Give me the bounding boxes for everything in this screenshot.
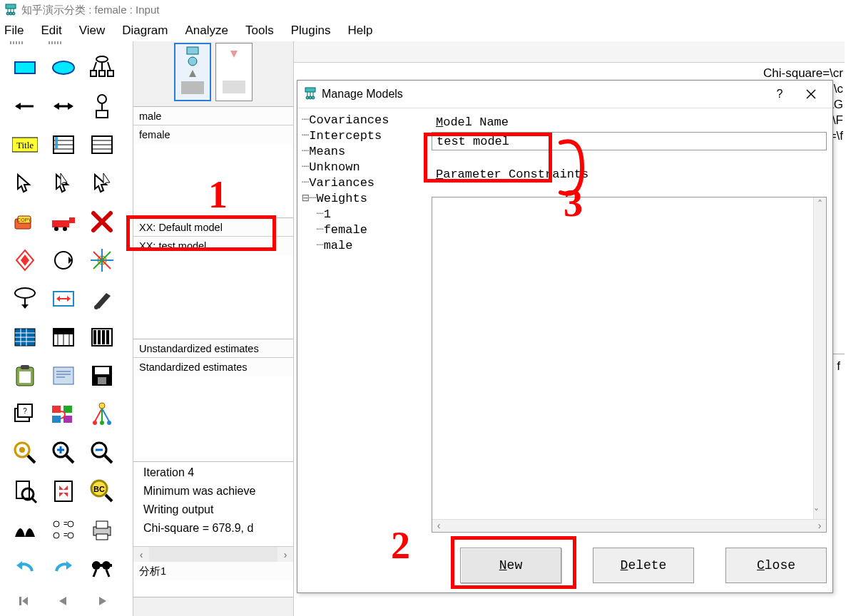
spec-search-icon[interactable] bbox=[83, 549, 121, 587]
svg-rect-131 bbox=[96, 521, 108, 528]
hscroll-left-icon[interactable]: ‹ bbox=[133, 547, 149, 562]
zoom-page-icon[interactable] bbox=[6, 472, 44, 510]
analysis-props-icon[interactable] bbox=[44, 318, 83, 356]
model-item-test[interactable]: XX: test model bbox=[133, 237, 293, 255]
close-icon bbox=[806, 89, 816, 99]
svg-rect-43 bbox=[69, 217, 75, 223]
svg-rect-78 bbox=[106, 330, 109, 344]
deselect-all-icon[interactable] bbox=[83, 164, 121, 202]
object-props-icon[interactable]: ? bbox=[6, 395, 44, 433]
zoom-select-icon[interactable] bbox=[6, 433, 44, 472]
error-term-icon[interactable] bbox=[83, 87, 121, 125]
indicator-icon[interactable] bbox=[83, 48, 121, 87]
estimates-panel: Unstandardized estimates Standardized es… bbox=[133, 339, 293, 462]
dialog-close-button[interactable] bbox=[795, 83, 827, 105]
nav-first-icon[interactable] bbox=[6, 587, 44, 616]
touch-up-icon[interactable] bbox=[83, 279, 121, 318]
svg-point-102 bbox=[107, 421, 111, 425]
rotate-shape-icon[interactable] bbox=[44, 241, 83, 279]
distribution-icon[interactable] bbox=[6, 510, 44, 549]
delete-button[interactable]: Delete bbox=[593, 548, 694, 583]
constraints-textarea[interactable]: ˄ ˅ ‹ › bbox=[432, 197, 827, 533]
path-arrow-icon[interactable] bbox=[6, 87, 44, 125]
dataset-vars-icon[interactable] bbox=[83, 125, 121, 164]
nav-next-icon[interactable] bbox=[83, 587, 121, 616]
preserve-symm-icon[interactable] bbox=[83, 395, 121, 433]
calculate-icon[interactable] bbox=[83, 318, 121, 356]
svg-line-111 bbox=[105, 456, 112, 463]
log-hscroll[interactable]: ‹ › bbox=[133, 546, 293, 562]
drag-props-icon[interactable] bbox=[44, 395, 83, 433]
model-name-input[interactable] bbox=[432, 132, 827, 150]
title-tool-icon[interactable]: Title bbox=[6, 125, 44, 164]
select-one-icon[interactable] bbox=[6, 164, 44, 202]
zoom-out-icon[interactable] bbox=[83, 433, 121, 472]
undo-icon[interactable] bbox=[6, 549, 44, 587]
resize-shape-icon[interactable] bbox=[6, 241, 44, 279]
clipboard-icon[interactable] bbox=[6, 356, 44, 395]
tree-node-weights[interactable]: ⊟┈Weights bbox=[302, 191, 423, 207]
tree-node-weight-1[interactable]: ┈1 bbox=[302, 207, 423, 222]
estimates-std[interactable]: Standardized estimates bbox=[133, 358, 293, 376]
svg-rect-141 bbox=[19, 597, 21, 605]
scroll-right-icon[interactable]: › bbox=[813, 520, 826, 531]
new-button[interactable]: New bbox=[460, 548, 561, 583]
reflect-shape-icon[interactable] bbox=[83, 241, 121, 279]
group-item-female[interactable]: female bbox=[133, 125, 293, 144]
analysis-item[interactable]: 分析1 bbox=[133, 562, 293, 580]
group-item-male[interactable]: male bbox=[133, 107, 293, 125]
menu-help[interactable]: Help bbox=[347, 24, 372, 38]
textarea-vscroll[interactable]: ˄ ˅ bbox=[813, 197, 826, 519]
scroll-down-icon[interactable]: ˅ bbox=[814, 506, 819, 519]
nav-prev-icon[interactable] bbox=[44, 587, 83, 616]
preview-thumb-output[interactable] bbox=[215, 43, 253, 101]
svg-point-6 bbox=[12, 12, 15, 15]
close-button[interactable]: Close bbox=[725, 548, 827, 583]
draw-latent-ellipse-icon[interactable] bbox=[44, 48, 83, 87]
copy-tool-icon[interactable]: COPY bbox=[6, 202, 44, 241]
svg-rect-81 bbox=[19, 371, 31, 383]
scroll-tool-icon[interactable] bbox=[44, 279, 83, 318]
scroll-left-icon[interactable]: ‹ bbox=[432, 520, 445, 531]
loupe-bc-icon[interactable]: BC bbox=[83, 472, 121, 510]
menu-plugins[interactable]: Plugins bbox=[291, 24, 331, 38]
move-param-icon[interactable] bbox=[6, 279, 44, 318]
select-all-icon[interactable] bbox=[44, 164, 83, 202]
dialog-help-button[interactable]: ? bbox=[764, 83, 795, 105]
menu-diagram[interactable]: Diagram bbox=[122, 24, 168, 38]
menu-file[interactable]: File bbox=[4, 24, 24, 38]
menu-view[interactable]: View bbox=[79, 24, 106, 38]
print-icon[interactable] bbox=[83, 510, 121, 549]
hscroll-right-icon[interactable]: › bbox=[277, 547, 293, 562]
zoom-in-icon[interactable] bbox=[44, 433, 83, 472]
model-item-default[interactable]: XX: Default model bbox=[133, 218, 293, 237]
variable-list-icon[interactable] bbox=[44, 125, 83, 164]
move-tool-icon[interactable] bbox=[44, 202, 83, 241]
svg-rect-13 bbox=[91, 71, 96, 76]
svg-point-100 bbox=[93, 421, 97, 425]
estimates-unstd[interactable]: Unstandardized estimates bbox=[133, 339, 293, 358]
save-icon[interactable] bbox=[83, 356, 121, 395]
menu-analyze[interactable]: Analyze bbox=[185, 24, 228, 38]
textarea-hscroll[interactable]: ‹ › bbox=[432, 519, 826, 532]
fit-page-icon[interactable] bbox=[44, 472, 83, 510]
parameter-tree[interactable]: ┈Covariances ┈Intercepts ┈Means ┈Unknown… bbox=[302, 113, 423, 254]
svg-rect-94 bbox=[63, 406, 72, 413]
dialog-titlebar[interactable]: Manage Models ? bbox=[297, 81, 832, 108]
log-line: Chi-square = 678.9, d bbox=[143, 519, 293, 538]
redo-icon[interactable] bbox=[44, 549, 83, 587]
draw-observed-rect-icon[interactable] bbox=[6, 48, 44, 87]
text-output-icon[interactable] bbox=[44, 356, 83, 395]
data-file-icon[interactable] bbox=[6, 318, 44, 356]
scroll-up-icon[interactable]: ˄ bbox=[814, 197, 826, 210]
svg-point-42 bbox=[63, 227, 67, 231]
tree-node-weight-male[interactable]: ┈male bbox=[302, 238, 423, 254]
svg-line-115 bbox=[32, 498, 36, 503]
menu-tools[interactable]: Tools bbox=[245, 24, 274, 38]
erase-tool-icon[interactable] bbox=[83, 202, 121, 241]
preview-thumb-input[interactable] bbox=[174, 43, 211, 101]
menu-edit[interactable]: Edit bbox=[41, 24, 61, 38]
tree-node-weight-female[interactable]: ┈female bbox=[302, 222, 423, 238]
multigroup-icon[interactable]: == bbox=[44, 510, 83, 549]
covar-arrow-icon[interactable] bbox=[44, 87, 83, 125]
